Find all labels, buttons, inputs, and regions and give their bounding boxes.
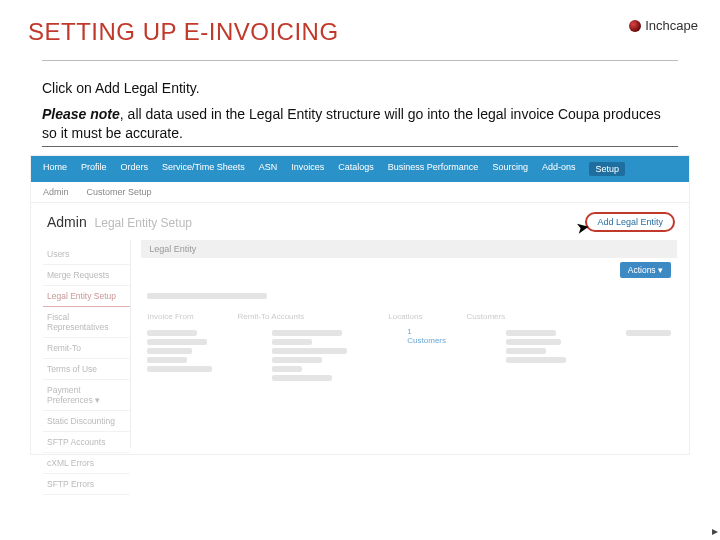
top-nav: Home Profile Orders Service/Time Sheets … — [31, 156, 689, 182]
page-heading: Admin Legal Entity Setup — [47, 214, 192, 230]
nav-home[interactable]: Home — [43, 162, 67, 176]
add-legal-entity-button[interactable]: Add Legal Entity — [585, 212, 675, 232]
column-headers: Invoice From Remit-To Accounts Locations… — [147, 312, 671, 321]
admin-body: Users Merge Requests Legal Entity Setup … — [43, 240, 677, 448]
sidebar-item-merge-requests[interactable]: Merge Requests — [43, 265, 130, 286]
nav-business-performance[interactable]: Business Performance — [388, 162, 479, 176]
actions-button[interactable]: Actions ▾ — [620, 262, 671, 278]
note-lead: Please note — [42, 106, 120, 122]
note-text: Please note, all data used in the Legal … — [42, 105, 678, 144]
col-remit-to-accounts: Remit-To Accounts — [238, 312, 305, 321]
admin-sidebar: Users Merge Requests Legal Entity Setup … — [43, 240, 131, 448]
nav-service-time-sheets[interactable]: Service/Time Sheets — [162, 162, 245, 176]
title-underline — [42, 60, 678, 61]
nav-catalogs[interactable]: Catalogs — [338, 162, 374, 176]
brand-logo: Inchcape — [629, 18, 698, 33]
page-heading-sub: Legal Entity Setup — [95, 216, 192, 230]
coupa-screenshot: Home Profile Orders Service/Time Sheets … — [30, 155, 690, 455]
admin-main-panel: Legal Entity Actions ▾ Invoice From Remi… — [141, 240, 677, 448]
customers-link[interactable]: 1 Customers — [407, 327, 446, 384]
page-corner-mark: ▸ — [712, 524, 718, 538]
nav-sourcing[interactable]: Sourcing — [492, 162, 528, 176]
blurred-entity-details: Invoice From Remit-To Accounts Locations… — [141, 286, 677, 398]
subnav-customer-setup[interactable]: Customer Setup — [87, 187, 152, 197]
note-body: all data used in the Legal Entity struct… — [42, 106, 661, 142]
note-sep: , — [120, 106, 128, 122]
sidebar-item-sftp-errors[interactable]: SFTP Errors — [43, 474, 130, 495]
col-invoice-from: Invoice From — [147, 312, 193, 321]
sub-nav: Admin Customer Setup — [31, 182, 689, 203]
sidebar-item-fiscal-representatives[interactable]: Fiscal Representatives — [43, 307, 130, 338]
nav-setup[interactable]: Setup — [589, 162, 625, 176]
sidebar-item-static-discounting[interactable]: Static Discounting — [43, 411, 130, 432]
sidebar-item-cxml-errors[interactable]: cXML Errors — [43, 453, 130, 474]
nav-profile[interactable]: Profile — [81, 162, 107, 176]
sidebar-item-terms-of-use[interactable]: Terms of Use — [43, 359, 130, 380]
nav-asn[interactable]: ASN — [259, 162, 278, 176]
note-underline — [42, 146, 678, 147]
sidebar-item-legal-entity-setup[interactable]: Legal Entity Setup — [43, 286, 130, 307]
instruction-text: Click on Add Legal Entity. — [42, 79, 678, 99]
panel-header: Legal Entity — [141, 240, 677, 258]
brand-text: Inchcape — [645, 18, 698, 33]
sidebar-item-sftp-accounts[interactable]: SFTP Accounts — [43, 432, 130, 453]
brand-globe-icon — [629, 20, 641, 32]
col-locations: Locations — [388, 312, 422, 321]
nav-orders[interactable]: Orders — [121, 162, 149, 176]
page-heading-main: Admin — [47, 214, 87, 230]
sidebar-item-payment-preferences[interactable]: Payment Preferences ▾ — [43, 380, 130, 411]
nav-invoices[interactable]: Invoices — [291, 162, 324, 176]
subnav-admin[interactable]: Admin — [43, 187, 69, 197]
col-customers: Customers — [467, 312, 506, 321]
sidebar-item-users[interactable]: Users — [43, 244, 130, 265]
sidebar-item-remit-to[interactable]: Remit-To — [43, 338, 130, 359]
nav-add-ons[interactable]: Add-ons — [542, 162, 576, 176]
slide-title: SETTING UP E-INVOICING — [0, 0, 720, 56]
